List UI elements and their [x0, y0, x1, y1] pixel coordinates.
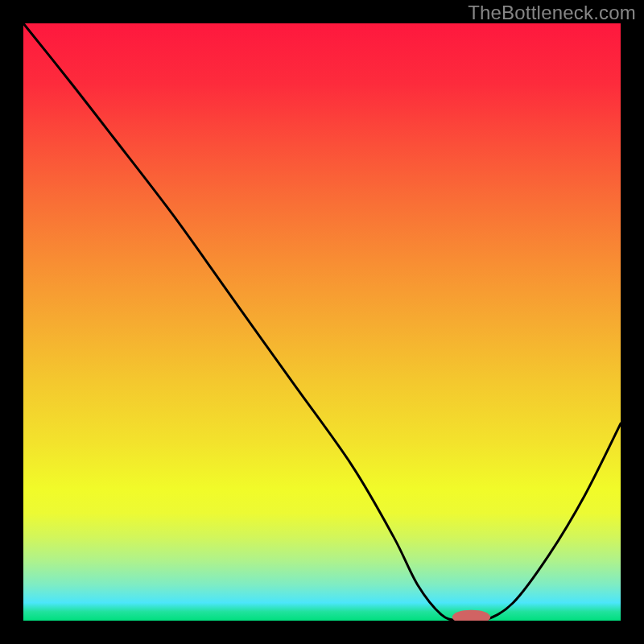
bottleneck-chart: [0, 0, 644, 644]
watermark-text: TheBottleneck.com: [468, 2, 636, 24]
chart-stage: TheBottleneck.com: [0, 0, 644, 644]
plot-background: [23, 23, 621, 621]
target-marker: [452, 610, 490, 625]
